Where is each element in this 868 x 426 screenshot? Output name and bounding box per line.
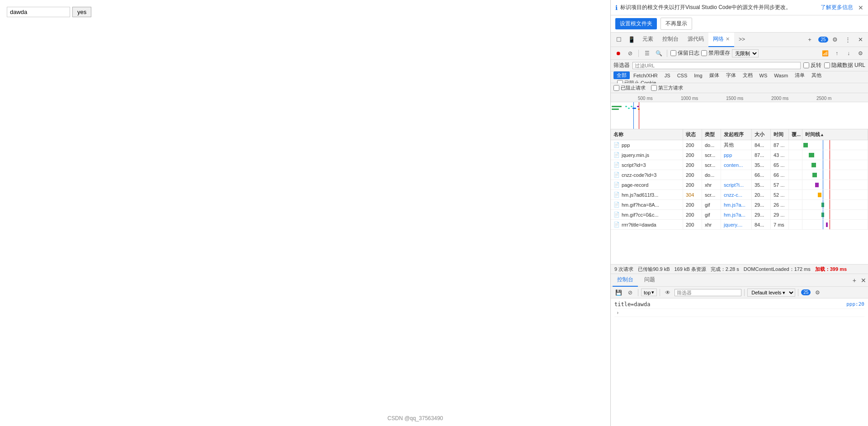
type-btn-img[interactable]: Img	[691, 72, 705, 79]
record-button[interactable]: ⏺	[613, 48, 623, 58]
third-party-label[interactable]: 第三方请求	[651, 85, 683, 91]
status-bar: 9 次请求 已传输90.9 kB 169 kB 条资源 完成：2.28 s DO…	[611, 264, 868, 274]
filter-toggle[interactable]: ☰	[642, 48, 652, 58]
upload-icon[interactable]: ↑	[832, 48, 842, 58]
type-btn-all[interactable]: 全部	[613, 71, 630, 79]
tab-network-close[interactable]: ✕	[726, 36, 730, 42]
tab-sources[interactable]: 源代码	[683, 33, 708, 47]
type-btn-font[interactable]: 字体	[723, 71, 739, 79]
disable-cache-checkbox[interactable]	[701, 50, 707, 56]
dont-show-button[interactable]: 不再显示	[660, 18, 692, 30]
third-party-checkbox[interactable]	[651, 85, 657, 91]
notification-close-icon[interactable]: ✕	[858, 4, 863, 11]
console-tab-issues[interactable]: 问题	[640, 274, 660, 287]
console-tab-label: 控制台	[617, 276, 633, 284]
th-time[interactable]: 时间	[771, 129, 789, 140]
default-levels-select[interactable]: Default levels ▾	[747, 289, 795, 297]
th-coverage[interactable]: 覆...	[789, 129, 802, 140]
tab-console[interactable]: 控制台	[658, 33, 683, 47]
td-initiator[interactable]: script?i...	[721, 180, 752, 189]
wifi-icon[interactable]: 📶	[820, 48, 830, 58]
table-row[interactable]: 📄cnzz-code?id=3 200 do... 66... 66 ...	[611, 170, 868, 180]
type-btn-js[interactable]: JS	[661, 72, 674, 79]
invert-checkbox[interactable]	[803, 62, 809, 68]
console-separator-2	[660, 289, 660, 296]
console-stop-icon[interactable]: ⊘	[625, 288, 635, 298]
th-type[interactable]: 类型	[702, 129, 721, 140]
mobile-icon[interactable]: 📱	[625, 33, 638, 46]
download-icon[interactable]: ↓	[844, 48, 854, 58]
td-initiator[interactable]: hm.js?a...	[721, 200, 752, 209]
file-icon: 📄	[613, 162, 620, 168]
td-initiator[interactable]: conten...	[721, 160, 752, 170]
network-settings-icon[interactable]: ⚙	[855, 48, 865, 58]
invert-label[interactable]: 反转	[803, 62, 821, 69]
inspect-icon[interactable]: ☐	[613, 33, 625, 46]
console-settings-icon[interactable]: ⚙	[812, 288, 822, 298]
tab-more[interactable]: >>	[734, 33, 750, 47]
table-row[interactable]: 📄jquery.min.js 200 scr... ppp 87... 43 .…	[611, 150, 868, 160]
type-btn-other[interactable]: 其他	[808, 71, 825, 79]
td-initiator[interactable]: jquery....	[721, 220, 752, 229]
console-filter-input[interactable]	[675, 289, 741, 296]
table-row[interactable]: 📄hm.gif?hca=8A... 200 gif hm.js?a... 29.…	[611, 200, 868, 210]
set-root-button[interactable]: 设置根文件夹	[615, 18, 657, 29]
td-timeline	[802, 160, 868, 170]
expand-icon[interactable]: ›	[616, 310, 619, 316]
type-btn-doc[interactable]: 文档	[740, 71, 756, 79]
tab-elements[interactable]: 元素	[638, 33, 658, 47]
type-btn-fetch[interactable]: Fetch/XHR	[630, 72, 661, 79]
table-row[interactable]: 📄hm.js?ad611f3... 304 scr... cnzz-c... 2…	[611, 190, 868, 200]
add-console-tab-icon[interactable]: +	[853, 277, 856, 284]
search-button[interactable]: 🔍	[654, 48, 664, 58]
hide-data-url-checkbox[interactable]	[824, 62, 830, 68]
th-name[interactable]: 名称	[611, 129, 683, 140]
devtools-settings-icon[interactable]: ⚙	[829, 34, 841, 46]
console-separator-1	[638, 289, 638, 296]
file-icon: 📄	[613, 172, 620, 178]
blocked-requests-checkbox[interactable]	[613, 85, 619, 91]
type-btn-css[interactable]: CSS	[674, 72, 691, 79]
type-btn-wasm[interactable]: Wasm	[771, 72, 791, 79]
close-console-icon[interactable]: ✕	[861, 277, 866, 284]
blocked-requests-label[interactable]: 已阻止请求	[613, 85, 646, 91]
td-initiator[interactable]: hm.js?a...	[721, 210, 752, 219]
clear-button[interactable]: ⊘	[625, 48, 635, 58]
hide-data-url-label[interactable]: 隐藏数据 URL	[824, 62, 865, 69]
notification-link[interactable]: 了解更多信息	[821, 4, 853, 11]
th-size[interactable]: 大小	[752, 129, 771, 140]
console-tab-console[interactable]: 控制台	[613, 274, 638, 287]
preserve-log-label[interactable]: 保留日志	[670, 49, 699, 57]
console-save-icon[interactable]: 💾	[613, 288, 623, 298]
throttle-select[interactable]: 无限制	[732, 49, 759, 57]
type-btn-ws[interactable]: WS	[756, 72, 771, 79]
td-initiator[interactable]: cnzz-c...	[721, 190, 752, 199]
file-icon: 📄	[613, 222, 620, 227]
type-btn-media[interactable]: 媒体	[706, 71, 722, 79]
devtools-close-icon[interactable]: ✕	[854, 34, 866, 46]
customize-icon[interactable]: ⋮	[842, 34, 854, 46]
disable-cache-label[interactable]: 禁用缓存	[701, 49, 730, 57]
page-input[interactable]: dawda	[7, 7, 70, 17]
table-row[interactable]: 📄hm.gif?cc=0&c... 200 gif hm.js?a... 29.…	[611, 210, 868, 220]
console-eye-icon[interactable]: 👁	[663, 288, 673, 298]
preserve-log-checkbox[interactable]	[670, 50, 676, 56]
tab-network[interactable]: 网络 ✕	[708, 33, 734, 47]
add-tab-icon[interactable]: +	[804, 34, 816, 46]
timeline-vline-red	[830, 190, 830, 199]
filter-url-input[interactable]	[632, 62, 801, 69]
table-row[interactable]: 📄script?id=3 200 scr... conten... 35... …	[611, 160, 868, 170]
console-source-link[interactable]: ppp:20	[846, 301, 864, 307]
th-status[interactable]: 状态	[683, 129, 702, 140]
td-status: 200	[683, 220, 702, 229]
table-row[interactable]: 📄rrrr?title=dawda 200 xhr jquery.... 84.…	[611, 220, 868, 230]
type-btn-manifest[interactable]: 清单	[792, 71, 808, 79]
table-row[interactable]: 📄ppp 200 do... 其他 84... 87 ...	[611, 140, 868, 150]
td-initiator[interactable]: ppp	[721, 150, 752, 160]
th-timeline[interactable]: 时间线	[802, 129, 868, 140]
table-row[interactable]: 📄page-record 200 xhr script?i... 35... 5…	[611, 180, 868, 190]
top-dropdown[interactable]: top ▾	[641, 289, 657, 296]
wm-bar-4	[628, 108, 630, 109]
page-button[interactable]: yes	[72, 7, 91, 17]
th-initiator[interactable]: 发起程序	[721, 129, 752, 140]
